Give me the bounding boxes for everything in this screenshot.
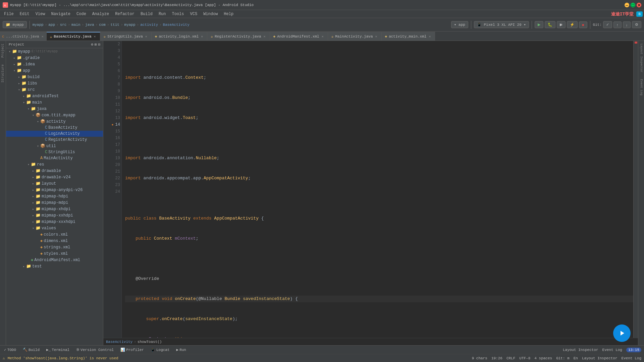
tree-item-java[interactable]: ▾ 📁 java [6, 106, 103, 112]
tree-item-src[interactable]: ▾ 📁 src [6, 86, 103, 93]
sidebar-expand-icon[interactable]: ⊞ [95, 42, 97, 47]
maximize-button[interactable]: □ [631, 3, 635, 7]
window-controls[interactable]: – □ ✕ [625, 3, 641, 7]
breadcrumb-main[interactable]: main [71, 23, 80, 27]
event-log-status[interactable]: Event Log [622, 356, 641, 360]
menu-navigate[interactable]: Navigate [48, 11, 73, 17]
project-tool-icon[interactable]: Project [1, 44, 5, 58]
stop-button[interactable]: ■ [579, 21, 587, 28]
sidebar-gear-icon[interactable]: ⚙ [91, 42, 93, 47]
breadcrumb-showtoast[interactable]: showToast() [138, 340, 162, 344]
settings-button[interactable]: ⚙ [632, 21, 641, 28]
tree-item-myapp[interactable]: ▾ 📁 myapp E:\ttit\myapp [6, 48, 103, 55]
minimize-button[interactable]: – [625, 3, 629, 7]
indent-status[interactable]: 4 spaces [534, 356, 552, 360]
tab-main-close[interactable]: ✕ [375, 34, 378, 39]
tree-item-activity-pkg[interactable]: ▾ 📦 activity [6, 118, 103, 125]
sidebar-collapse-icon[interactable]: ⊟ [98, 42, 100, 47]
breadcrumb-java[interactable]: java [85, 23, 94, 27]
project-selector[interactable]: 📁 myapp [3, 21, 27, 28]
tab-ctivity-java[interactable]: c ...ctivity.java ✕ [0, 32, 47, 41]
menu-analyze[interactable]: Analyze [90, 11, 112, 17]
event-log-bottom[interactable]: Event Log [602, 348, 622, 352]
breadcrumb-myapp2[interactable]: myapp [124, 23, 136, 27]
profile-button[interactable]: ⚡ [567, 21, 578, 28]
menu-edit[interactable]: Edit [17, 11, 32, 17]
tab-baseactivity-close[interactable]: ✕ [93, 34, 97, 39]
debug-button[interactable]: 🐛 [545, 21, 555, 28]
build-btn[interactable]: 🔨 Build [21, 347, 41, 353]
tree-item-strings-xml[interactable]: ◈ strings.xml [6, 244, 103, 250]
menu-view[interactable]: View [33, 11, 48, 17]
version-control-btn[interactable]: ⑨ Version Control [75, 347, 115, 353]
coverage-button[interactable]: ▶̈ [557, 21, 566, 28]
menu-tools[interactable]: Tools [169, 11, 187, 17]
layout-inspector-icon[interactable]: Layout Inspector [640, 44, 643, 72]
breadcrumb-app[interactable]: app [48, 23, 55, 27]
tab-registeractivity-java[interactable]: ☕ RegisterActivity.java ✕ [207, 32, 270, 41]
event-log-icon[interactable]: Event Log [640, 79, 643, 96]
tree-item-drawable-v24[interactable]: ▸ 📁 drawable-v24 [6, 174, 103, 180]
git-fetch-button[interactable]: ↓ [623, 21, 631, 28]
git-commit-button[interactable]: ✓ [603, 21, 612, 28]
menu-refactor[interactable]: Refactor [112, 11, 137, 17]
breadcrumb-ttit[interactable]: ttit [111, 23, 119, 27]
menu-code[interactable]: Code [74, 11, 89, 17]
tab-baseactivity-java[interactable]: ☕ BaseActivity.java ✕ [47, 32, 100, 41]
breadcrumb-baseactivity[interactable]: BaseActivity [163, 23, 190, 27]
breadcrumb-activity[interactable]: activity [140, 23, 158, 27]
tree-item-androidtest[interactable]: ▸ 📁 androidTest [6, 93, 103, 99]
tab-main-xml-close[interactable]: ✕ [428, 34, 431, 39]
tree-item-mipmap-anydpi[interactable]: ▸ 📁 mipmap-anydpi-v26 [6, 187, 103, 193]
tree-item-androidmanifest[interactable]: ◈ AndroidManifest.xml [6, 257, 103, 263]
tree-item-mipmap-xxhdpi[interactable]: ▸ 📁 mipmap-xxhdpi [6, 212, 103, 219]
tree-item-main[interactable]: ▾ 📁 main [6, 99, 103, 106]
tree-item-mipmap-hdpi[interactable]: ▸ 📁 mipmap-hdpi [6, 193, 103, 199]
close-button[interactable]: ✕ [637, 3, 641, 7]
terminal-btn[interactable]: ▶_ Terminal [45, 347, 71, 353]
tree-item-libs[interactable]: ▸ 📁 libs [6, 80, 103, 86]
tree-item-drawable[interactable]: ▸ 📁 drawable [6, 168, 103, 174]
tab-register-close[interactable]: ✕ [263, 34, 266, 39]
menu-help[interactable]: Help [221, 11, 236, 17]
tree-item-baseactivity[interactable]: C BaseActivity [6, 125, 103, 131]
tab-activity-main-xml[interactable]: ◈ activity_main.xml ✕ [382, 32, 435, 41]
breadcrumb-src[interactable]: src [60, 23, 67, 27]
tree-item-layout[interactable]: ▸ 📁 layout [6, 180, 103, 187]
tree-item-styles-xml[interactable]: ◈ styles.xml [6, 250, 103, 257]
menu-build[interactable]: Build [138, 11, 155, 17]
tree-item-loginactivity[interactable]: C LoginActivity [6, 131, 103, 137]
tab-androidmanifest-xml[interactable]: ◈ AndroidManifest.xml ✕ [270, 32, 328, 41]
breadcrumb-myapp[interactable]: myapp [33, 23, 44, 27]
tree-item-mipmap-xhdpi[interactable]: ▸ 📁 mipmap-xhdpi [6, 206, 103, 212]
device-selector[interactable]: 📱 Pixel 3 XL API 29 ▾ [474, 21, 529, 28]
breadcrumb-com[interactable]: com [99, 23, 106, 27]
tree-item-gradle[interactable]: ▸ 📁 .gradle [6, 55, 103, 61]
breadcrumb-baseactivity-cls[interactable]: BaseActivity [106, 340, 132, 344]
structure-tool-icon[interactable]: Structure [1, 64, 5, 82]
tree-item-stringutils[interactable]: C StringUtils [6, 149, 103, 155]
git-push-button[interactable]: ↑ [613, 21, 622, 28]
tab-close[interactable]: ✕ [41, 34, 44, 39]
code-editor[interactable]: import android.content.Context; import a… [122, 41, 633, 338]
profiler-btn[interactable]: 📊 Profiler [119, 347, 145, 353]
tab-activity-login-xml[interactable]: ◈ activity_login.xml ✕ [152, 32, 207, 41]
menu-vcs[interactable]: VCS [187, 11, 200, 17]
logcat-btn[interactable]: 📱 Logcat [149, 347, 171, 353]
menu-file[interactable]: File [1, 11, 16, 17]
tab-login-close[interactable]: ✕ [200, 34, 204, 39]
tree-item-res[interactable]: ▾ 📁 res [6, 161, 103, 168]
tree-item-colors-xml[interactable]: ◈ colors.xml [6, 231, 103, 238]
editor-scrollbar[interactable] [633, 41, 638, 338]
app-config-button[interactable]: ▾ app [451, 21, 468, 28]
layout-inspector-bottom[interactable]: Layout Inspector [563, 348, 598, 352]
tree-item-app[interactable]: ▾ 📁 app [6, 67, 103, 74]
line-ending[interactable]: CRLF [506, 356, 515, 360]
tree-item-build[interactable]: ▸ 📁 build [6, 74, 103, 80]
tree-item-dimens-xml[interactable]: ◈ dimens.xml [6, 238, 103, 244]
run-button[interactable]: ▶ [535, 21, 543, 28]
tree-item-mipmap-mdpi[interactable]: ▸ 📁 mipmap-mdpi [6, 199, 103, 206]
tree-item-test[interactable]: ▸ 📁 test [6, 263, 103, 269]
tree-item-mipmap-xxxhdpi[interactable]: ▸ 📁 mipmap-xxxhdpi [6, 219, 103, 225]
todo-btn[interactable]: ✓ TODO [3, 347, 17, 353]
